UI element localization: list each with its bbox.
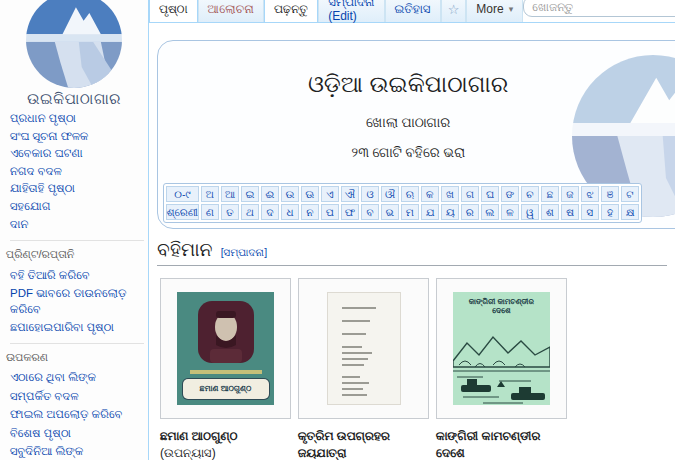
index-letter-link[interactable]: ଚ: [521, 186, 539, 202]
tab-edit[interactable]: ସମ୍ପାଦନା (Edit): [318, 0, 384, 22]
index-letter-link[interactable]: ଶ୍ରେଣୀ: [166, 204, 199, 220]
index-letter-link[interactable]: ଆ: [221, 186, 239, 202]
index-letter-link[interactable]: ଧ: [281, 204, 299, 220]
index-letter-link[interactable]: ଈ: [261, 186, 279, 202]
index-letter-link[interactable]: ଐ: [341, 186, 359, 202]
wikisource-logo-icon[interactable]: [26, 0, 122, 88]
index-letter-link[interactable]: ପ: [321, 204, 339, 220]
index-letter-link[interactable]: କ: [421, 186, 439, 202]
banner-title: ଓଡ଼ିଆ ଉଇକିପାଠାଗାର: [158, 71, 658, 98]
books-section-title: ବହିମାନ: [157, 239, 213, 261]
sidebar-link[interactable]: ଯାହିତାହି ପୃଷ୍ଠା: [10, 180, 144, 198]
sidebar-nav: ପ୍ରଧାନ ପୃଷ୍ଠାସଂଘ ସୂଚନା ଫଳକଏବେକାର ଘଟଣାନଗଦ…: [10, 110, 144, 460]
sidebar-link[interactable]: ଫାଇଲ ଅପଲୋଡ଼ କରିବେ: [10, 407, 144, 423]
sidebar-link[interactable]: ବହି ତିଆରି କରିବେ: [10, 268, 144, 284]
book-item-3: କାଙ୍ଗିରୀ କାମଚଣ୍ଡୀର ଦେଶେ: [436, 278, 567, 460]
index-letter-link[interactable]: ୱ: [521, 204, 539, 220]
watch-star-icon[interactable]: ☆: [441, 0, 467, 22]
index-letter-link[interactable]: ଳ: [501, 204, 519, 220]
index-letter-link[interactable]: ଫ: [341, 204, 359, 220]
index-letter-link[interactable]: ଷ: [561, 204, 579, 220]
index-letter-link[interactable]: ଘ: [481, 186, 499, 202]
book-1-caption: ଛମାଣ ଆଠଗୁଣ୍ଠ (ଉପନ୍ୟାସ): [160, 428, 291, 460]
tools-heading: ଉପକରଣ: [6, 349, 144, 367]
sidebar-link[interactable]: ଦାନ: [10, 216, 144, 234]
book-3-thumbnail[interactable]: କାଙ୍ଗିରୀ କାମଚଣ୍ଡୀର ଦେଶେ: [436, 278, 567, 419]
book-3-cover: କାଙ୍ଗିରୀ କାମଚଣ୍ଡୀର ଦେଶେ: [453, 292, 550, 405]
index-letter-link[interactable]: ଏ: [321, 186, 339, 202]
index-letter-link[interactable]: ଊ: [301, 186, 319, 202]
book-1-cover: ଛମାଣ ଆଠଗୁଣ୍ଠ: [177, 292, 274, 405]
sidebar-link[interactable]: ସମ୍ପର୍କିତ ବଦଳ: [10, 389, 144, 405]
index-letter-link[interactable]: ଝ: [581, 186, 599, 202]
sidebar-link[interactable]: ନଗଦ ବଦଳ: [10, 163, 144, 181]
sidebar-link[interactable]: ସବୁଦିନିଆ ଲିଙ୍କ: [10, 444, 144, 460]
search-input[interactable]: [523, 0, 675, 17]
book-item-2: କୃତ୍ରିମ ଉପଗ୍ରହର ଜୟଯାତ୍ରା (କୃତ୍ରିମ ଉପଗ୍ରହ…: [298, 278, 429, 460]
index-letter-link[interactable]: ଜ: [561, 186, 579, 202]
index-letter-link[interactable]: ଓ: [361, 186, 379, 202]
tab-more-label: More: [476, 2, 503, 16]
index-letter-link[interactable]: ର: [461, 204, 479, 220]
index-letter-link[interactable]: ଟ: [621, 186, 639, 202]
sidebar-link[interactable]: ଏବେକାର ଘଟଣା: [10, 145, 144, 163]
index-letter-link[interactable]: ୦-୯: [166, 186, 199, 202]
index-letter-link[interactable]: ଅ: [201, 186, 219, 202]
sidebar-link[interactable]: ପ୍ରଧାନ ପୃଷ୍ଠା: [10, 110, 144, 128]
index-letter-link[interactable]: ନ: [301, 204, 319, 220]
index-letter-link[interactable]: ତ: [221, 204, 239, 220]
index-letter-link[interactable]: ଦ: [261, 204, 279, 220]
banner-subtitle: ଖୋଲା ପାଠାଗାର: [158, 115, 658, 131]
site-name: ଉଇକିପାଠାଗାର: [0, 90, 148, 108]
sidebar-link[interactable]: ସହଯୋଗ: [10, 198, 144, 216]
sidebar-link[interactable]: ଏଠାରେ ଥିବା ଲିଙ୍କ: [10, 370, 144, 386]
book-2-thumbnail[interactable]: [298, 278, 429, 419]
book-item-1: ଛମାଣ ଆଠଗୁଣ୍ଠ ଛମାଣ ଆଠଗୁଣ୍ଠ (ଉପନ୍ୟାସ): [160, 278, 291, 460]
books-section-header: ବହିମାନ [ସମ୍ପାଦନା]: [157, 239, 667, 266]
alphabet-row-1: ୦-୯ଅଆଇଈଉଊଏଐଓଔଋକଖଗଘଙଚଛଜଝଞଟ: [165, 185, 640, 203]
index-letter-link[interactable]: ଗ: [461, 186, 479, 202]
sidebar-link[interactable]: ସଂଘ ସୂଚନା ଫଳକ: [10, 128, 144, 146]
index-letter-link[interactable]: ହ: [601, 204, 619, 220]
book-gallery: ଛମାଣ ଆଠଗୁଣ୍ଠ ଛମାଣ ଆଠଗୁଣ୍ଠ (ଉପନ୍ୟାସ): [160, 278, 675, 460]
index-letter-link[interactable]: ଲ: [481, 204, 499, 220]
tab-history[interactable]: ଇତିହାସ: [385, 0, 441, 22]
sidebar-link[interactable]: ବିଶେଷ ପୃଷ୍ଠା: [10, 426, 144, 442]
book-2-caption: କୃତ୍ରିମ ଉପଗ୍ରହର ଜୟଯାତ୍ରା (କୃତ୍ରିମ ଉପଗ୍ରହ…: [298, 428, 429, 460]
index-letter-link[interactable]: ବ: [361, 204, 379, 220]
index-letter-link[interactable]: ୟ: [441, 204, 459, 220]
book-3-title[interactable]: କାଙ୍ଗିରୀ କାମଚଣ୍ଡୀର ଦେଶେ: [436, 428, 567, 460]
index-letter-link[interactable]: ଶ: [541, 204, 559, 220]
tab-page[interactable]: ପୃଷ୍ଠା: [149, 0, 198, 22]
book-1-thumbnail[interactable]: ଛମାଣ ଆଠଗୁଣ୍ଠ: [160, 278, 291, 419]
tab-more[interactable]: More▾: [466, 0, 523, 22]
index-letter-link[interactable]: ଛ: [541, 186, 559, 202]
cover-1-author-line: [190, 370, 262, 374]
alphabet-index-table: ୦-୯ଅଆଇଈଉଊଏଐଓଔଋକଖଗଘଙଚଛଜଝଞଟ ଶ୍ରେଣୀଣତଥଦଧନପଫ…: [163, 183, 642, 223]
index-letter-link[interactable]: କ୍ଷ: [621, 204, 639, 220]
index-letter-link[interactable]: ଉ: [281, 186, 299, 202]
index-letter-link[interactable]: ସ: [581, 204, 599, 220]
index-letter-link[interactable]: ଞ: [601, 186, 619, 202]
index-letter-link[interactable]: ଔ: [381, 186, 399, 202]
index-letter-link[interactable]: ଙ: [501, 186, 519, 202]
section-edit-link[interactable]: [ସମ୍ପାଦନା]: [221, 246, 267, 259]
sidebar-link[interactable]: ଛପାହୋଇପାରିବା ପୃଷ୍ଠା: [10, 320, 144, 336]
book-2-title[interactable]: କୃତ୍ରିମ ଉପଗ୍ରହର ଜୟଯାତ୍ରା: [298, 428, 429, 460]
book-1-title[interactable]: ଛମାଣ ଆଠଗୁଣ୍ଠ: [160, 428, 291, 445]
index-letter-link[interactable]: ମ: [401, 204, 419, 220]
index-letter-link[interactable]: ଇ: [241, 186, 259, 202]
book-3-caption: କାଙ୍ଗିରୀ କାମଚଣ୍ଡୀର ଦେଶେ (ଉତ୍ତର-ପୂର୍ବ ଭାର…: [436, 428, 567, 460]
tab-talk[interactable]: ଆଲୋଚନା: [198, 0, 264, 22]
index-letter-link[interactable]: ଯ: [421, 204, 439, 220]
sidebar-section-print: ପ୍ରିଣ୍ଟ/ରପ୍ତାନି ବହି ତିଆରି କରିବେPDF ଭାବରେ…: [10, 240, 144, 336]
index-letter-link[interactable]: ଖ: [441, 186, 459, 202]
index-letter-link[interactable]: ଥ: [241, 204, 259, 220]
sidebar-link[interactable]: PDF ଭାବରେ ଡାଉନଲୋଡ଼ କରିବେ: [10, 286, 144, 317]
index-letter-link[interactable]: ଋ: [401, 186, 419, 202]
book-2-cover: [327, 292, 401, 405]
index-letter-link[interactable]: ଣ: [201, 204, 219, 220]
index-letter-link[interactable]: ଭ: [381, 204, 399, 220]
banner-book-count: ୨୩ ଗୋଟି ବହିରେ ଭରା: [158, 145, 658, 161]
tab-read[interactable]: ପଢ଼ନ୍ତୁ: [264, 0, 318, 22]
